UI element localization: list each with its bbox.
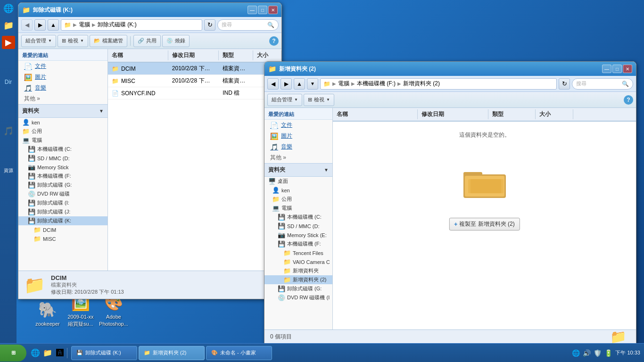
taskbar-item-newfolder[interactable]: 📁 新增資料夾 (2) — [139, 346, 205, 360]
col-date-k[interactable]: 修改日期 — [168, 50, 219, 60]
tree-dcim-k[interactable]: 📁 DCIM — [18, 225, 107, 234]
fav-other-f[interactable]: 其他 » — [264, 152, 332, 163]
fav-pics-f[interactable]: 🖼️ 圖片 — [264, 131, 332, 141]
tree-ken-f[interactable]: 👤 ken — [264, 186, 332, 195]
refresh-btn-f[interactable]: ↻ — [559, 78, 570, 90]
search-icon-f[interactable]: 🔍 — [622, 81, 629, 87]
organize-btn-f[interactable]: 組合管理 ▼ — [267, 94, 302, 106]
share-btn-k[interactable]: 🔗 共用 — [133, 35, 161, 47]
col-name-f[interactable]: 名稱 — [333, 109, 418, 119]
minimize-btn-f[interactable]: — — [602, 65, 611, 73]
help-btn-f[interactable]: ? — [624, 95, 633, 105]
tree-c-k[interactable]: 💾 本機磁碟機 (C: — [18, 145, 107, 154]
source-icon[interactable]: 資源 — [2, 164, 15, 177]
tree-misc-k[interactable]: 📁 MISC — [18, 234, 107, 243]
tree-desktop-f[interactable]: 🖥️ 桌面 — [264, 177, 332, 186]
tree-dvdrw-f[interactable]: 💿 DVD RW 磁碟機 (I — [264, 293, 332, 302]
back-btn-f[interactable]: ◀ — [267, 78, 279, 90]
breadcrumb-current-k[interactable]: 卸除式磁碟 (K:) — [98, 21, 137, 29]
ie-icon[interactable]: 🌐 — [2, 2, 15, 15]
col-name-k[interactable]: 名稱 — [108, 50, 168, 60]
breadcrumb-item-k1[interactable]: 📁 — [64, 22, 71, 28]
ql-folder-icon[interactable]: 📁 — [42, 348, 53, 358]
recent-btn-f[interactable]: ▼ — [307, 78, 318, 90]
filemanager-btn-k[interactable]: 📂 檔案總管 — [90, 35, 127, 47]
burn-btn-k[interactable]: 💿 燒錄 — [162, 35, 190, 47]
tree-g-f[interactable]: 💾 卸除式磁碟 (G: — [264, 284, 332, 293]
tree-memory-k[interactable]: 📷 Memory Stick — [18, 163, 107, 172]
folders-header-f[interactable]: 資料夾 ▼ — [264, 163, 332, 177]
refresh-btn-k[interactable]: ↻ — [204, 19, 215, 31]
col-size-k[interactable]: 大小 — [253, 50, 281, 60]
forward-btn-k[interactable]: ▶ — [34, 19, 46, 31]
organize-btn-k[interactable]: 組合管理 ▼ — [21, 35, 56, 47]
fav-docs-k[interactable]: 📄 文件 — [18, 61, 107, 72]
minimize-btn-k[interactable]: — — [248, 6, 257, 14]
close-btn-k[interactable]: ✕ — [268, 6, 278, 14]
view-btn-f[interactable]: ⊞ 檢視 ▼ — [304, 94, 334, 106]
realplayer-icon[interactable]: ▶ — [2, 36, 15, 49]
fav-docs-f[interactable]: 📄 文件 — [264, 120, 332, 131]
tree-computer-f[interactable]: 💻 電腦 — [264, 204, 332, 213]
breadcrumb-computer-f[interactable]: 電腦 — [338, 80, 349, 88]
tree-d-k[interactable]: 💾 SD / MMC (D: — [18, 154, 107, 163]
start-button[interactable]: ⊞ — [0, 345, 26, 362]
media-icon[interactable]: 🎵 — [2, 124, 15, 138]
tray-security-icon[interactable]: 🛡️ — [594, 349, 602, 357]
fav-other-k[interactable]: 其他 » — [18, 93, 107, 104]
tree-tencent-f[interactable]: 📁 Tencent Files — [264, 248, 332, 257]
desktop-icon-zookeeper[interactable]: 🐘 zookeeper — [31, 298, 65, 329]
taskbar-item-notepad[interactable]: 🎨 未命名 - 小畫家 — [206, 346, 272, 360]
tree-k-k[interactable]: 💾 卸除式磁碟 (K: — [18, 216, 107, 225]
tree-d-f[interactable]: 💾 SD / MMC (D: — [264, 222, 332, 230]
col-type-f[interactable]: 類型 — [488, 109, 536, 119]
taskbar-clock[interactable]: 下午 10:33 — [615, 349, 640, 356]
search-icon-k[interactable]: 🔍 — [267, 22, 274, 28]
search-box-f[interactable]: 搜尋 🔍 — [572, 78, 633, 90]
up-btn-f[interactable]: ▲ — [294, 78, 305, 90]
breadcrumb-current-f[interactable]: 新增資料夾 (2) — [403, 80, 440, 88]
tray-battery-icon[interactable]: 🔋 — [604, 349, 612, 357]
taskbar-item-k[interactable]: 💾 卸除式磁碟 (K:) — [71, 346, 137, 360]
tree-computer-k[interactable]: 💻 電腦 — [18, 136, 107, 145]
tree-f-k[interactable]: 💾 本機磁碟機 (F: — [18, 172, 107, 181]
maximize-btn-f[interactable]: □ — [612, 65, 622, 73]
forward-btn-f[interactable]: ▶ — [281, 78, 292, 90]
copy-to-btn-f[interactable]: + 複製至 新增資料夾 (2) — [449, 218, 520, 230]
fav-music-f[interactable]: 🎵 音樂 — [264, 141, 332, 152]
tree-public-k[interactable]: 📁 公用 — [18, 127, 107, 136]
file-row-misc[interactable]: 📁 MISC 2010/2/28 下午 01:13 檔案資料夾 — [108, 75, 281, 87]
breadcrumb-item-f1[interactable]: 📁 — [323, 81, 330, 87]
breadcrumb-k[interactable]: 📁 ▶ 電腦 ▶ 卸除式磁碟 (K:) — [61, 19, 202, 31]
col-type-k[interactable]: 類型 — [219, 50, 253, 60]
view-btn-k[interactable]: ⊞ 檢視 ▼ — [58, 35, 88, 47]
tray-volume-icon[interactable]: 🔊 — [583, 349, 591, 357]
tree-newfolder2-f[interactable]: 📁 新增資料夾 (2) — [264, 275, 332, 284]
file-row-sonycf[interactable]: 📄 SONYCF.IND IND 檔 — [108, 87, 281, 99]
tree-memory-f[interactable]: 📷 Memory Stick (E: — [264, 230, 332, 239]
ql-ie-icon[interactable]: 🌐 — [30, 348, 41, 358]
tree-dvd-k[interactable]: 💿 DVD RW 磁碟 — [18, 189, 107, 198]
tree-newfolder1-f[interactable]: 📁 新增資料夾 — [264, 266, 332, 275]
fav-music-k[interactable]: 🎵 音樂 — [18, 82, 107, 93]
tree-g-k[interactable]: 💾 卸除式磁碟 (G: — [18, 181, 107, 189]
tree-c-f[interactable]: 💾 本機磁碟機 (C: — [264, 213, 332, 222]
fav-pics-k[interactable]: 🖼️ 圖片 — [18, 72, 107, 82]
dir-icon[interactable]: Dir — [2, 75, 15, 89]
tray-network-icon[interactable]: 🌐 — [572, 349, 580, 357]
folder-icon[interactable]: 📁 — [2, 19, 15, 32]
back-btn-k[interactable]: ◀ — [21, 19, 33, 31]
file-row-dcim[interactable]: 📁 DCIM 2010/2/28 下午 01:13 檔案資料夾 — [108, 63, 281, 75]
breadcrumb-f-drive[interactable]: 本機磁碟機 (F:) — [357, 80, 396, 88]
folders-header-k[interactable]: 資料夾 ▼ — [18, 104, 107, 118]
maximize-btn-k[interactable]: □ — [258, 6, 267, 14]
tree-public-f[interactable]: 📁 公用 — [264, 195, 332, 204]
tree-i-k[interactable]: 💾 卸除式磁碟 (I: — [18, 198, 107, 207]
close-btn-f[interactable]: ✕ — [623, 65, 632, 73]
tree-vaio-f[interactable]: 📁 VAIO Camera C — [264, 257, 332, 266]
ql-app-icon[interactable]: 🅰 — [55, 348, 65, 358]
tree-j-k[interactable]: 💾 卸除式磁碟 (J: — [18, 207, 107, 216]
help-btn-k[interactable]: ? — [269, 36, 279, 46]
search-box-k[interactable]: 搜尋 🔍 — [217, 19, 279, 31]
tree-ken-k[interactable]: 👤 ken — [18, 118, 107, 127]
